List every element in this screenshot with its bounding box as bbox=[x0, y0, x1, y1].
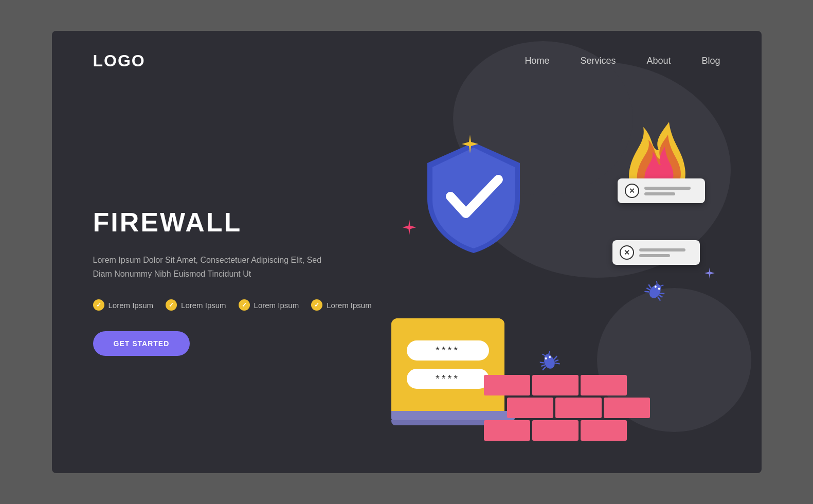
feature-check-2: ✓ bbox=[166, 299, 177, 311]
sparkle-right bbox=[704, 266, 715, 282]
error-card-1: ✕ bbox=[618, 178, 705, 203]
brick-row-3 bbox=[484, 420, 650, 441]
svg-line-6 bbox=[554, 360, 558, 362]
feature-item-3: ✓ Lorem Ipsum bbox=[239, 299, 299, 311]
error-card-2: ✕ bbox=[612, 240, 700, 265]
feature-label-1: Lorem Ipsum bbox=[109, 301, 154, 310]
brick bbox=[581, 420, 627, 441]
svg-line-8 bbox=[542, 353, 545, 356]
bug-icon-1 bbox=[537, 349, 562, 376]
error-line-short-1 bbox=[644, 192, 675, 195]
brick-wall bbox=[484, 375, 650, 441]
feature-item-1: ✓ Lorem Ipsum bbox=[93, 299, 154, 311]
svg-line-19 bbox=[657, 297, 661, 300]
password-field-1: **** bbox=[407, 340, 489, 361]
error-lines-1 bbox=[644, 187, 691, 195]
brick bbox=[604, 398, 650, 418]
brick bbox=[532, 375, 579, 395]
nav-services[interactable]: Services bbox=[580, 56, 616, 66]
header: LOGO Home Services About Blog bbox=[52, 31, 762, 70]
sparkle-top bbox=[461, 135, 479, 157]
brick bbox=[484, 420, 530, 441]
svg-line-21 bbox=[660, 284, 663, 287]
error-card-content-1: ✕ bbox=[618, 178, 705, 203]
sparkle-left bbox=[402, 220, 417, 239]
feature-check-1: ✓ bbox=[93, 299, 104, 311]
svg-line-16 bbox=[644, 290, 649, 293]
svg-line-14 bbox=[647, 284, 652, 288]
svg-line-17 bbox=[660, 292, 664, 295]
svg-line-20 bbox=[655, 281, 658, 284]
error-line-long-1 bbox=[644, 187, 691, 190]
main-content: FIREWALL Lorem Ipsum Dolor Sit Amet, Con… bbox=[52, 70, 762, 461]
svg-line-5 bbox=[553, 356, 557, 359]
feature-item-2: ✓ Lorem Ipsum bbox=[166, 299, 226, 311]
svg-line-3 bbox=[541, 365, 545, 366]
error-x-icon-1: ✕ bbox=[625, 184, 639, 198]
hero-title: FIREWALL bbox=[93, 207, 381, 238]
features-list: ✓ Lorem Ipsum ✓ Lorem Ipsum ✓ Lorem Ipsu… bbox=[93, 299, 381, 311]
navigation: Home Services About Blog bbox=[525, 56, 720, 66]
error-x-icon-2: ✕ bbox=[620, 245, 634, 260]
bug-icon-2 bbox=[641, 278, 668, 307]
brick-row-2 bbox=[507, 398, 650, 418]
svg-line-4 bbox=[541, 367, 546, 370]
error-lines-2 bbox=[639, 248, 685, 257]
wall bbox=[484, 375, 650, 441]
password-field-2: **** bbox=[407, 369, 489, 389]
svg-line-9 bbox=[548, 351, 550, 354]
logo: LOGO bbox=[93, 51, 146, 70]
feature-check-3: ✓ bbox=[239, 299, 250, 311]
nav-blog[interactable]: Blog bbox=[701, 56, 720, 66]
hero-left: FIREWALL Lorem Ipsum Dolor Sit Amet, Con… bbox=[93, 207, 381, 356]
feature-check-4: ✓ bbox=[311, 299, 322, 311]
page-wrapper: LOGO Home Services About Blog FIREWALL L… bbox=[52, 31, 762, 473]
error-line-long-2 bbox=[639, 248, 685, 251]
svg-line-2 bbox=[539, 361, 544, 364]
brick bbox=[484, 375, 530, 395]
hero-description: Lorem Ipsum Dolor Sit Amet, Consectetuer… bbox=[93, 253, 330, 281]
hero-illustration: ✕ ✕ bbox=[381, 106, 720, 456]
brick bbox=[555, 398, 602, 418]
nav-home[interactable]: Home bbox=[525, 56, 549, 66]
error-card-content-2: ✕ bbox=[612, 240, 700, 265]
brick bbox=[581, 375, 627, 395]
feature-label-3: Lorem Ipsum bbox=[254, 301, 299, 310]
brick bbox=[532, 420, 579, 441]
feature-label-4: Lorem Ipsum bbox=[327, 301, 372, 310]
svg-line-15 bbox=[646, 288, 650, 290]
brick bbox=[507, 398, 553, 418]
svg-line-7 bbox=[555, 362, 559, 365]
svg-line-18 bbox=[659, 295, 662, 297]
brick-row-1 bbox=[484, 375, 650, 395]
feature-item-4: ✓ Lorem Ipsum bbox=[311, 299, 372, 311]
error-line-short-2 bbox=[639, 254, 670, 257]
feature-label-2: Lorem Ipsum bbox=[181, 301, 226, 310]
get-started-button[interactable]: GET STARTED bbox=[93, 331, 190, 356]
nav-about[interactable]: About bbox=[646, 56, 671, 66]
